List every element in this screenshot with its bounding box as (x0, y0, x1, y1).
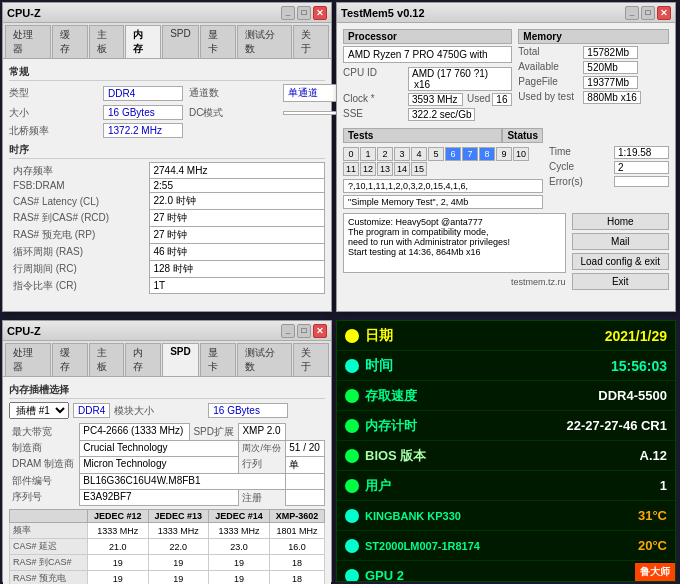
testmem-total-value: 15782Mb (583, 46, 638, 59)
cpuz2-tab-mainboard[interactable]: 主板 (89, 343, 125, 376)
cpuz1-tab-processor[interactable]: 处理器 (5, 25, 51, 58)
test-num-11[interactable]: 11 (343, 162, 359, 176)
cpuz1-dc-label: DC模式 (189, 106, 279, 120)
jedec-freq-0: 1333 MHz (87, 523, 148, 539)
cpuz2-tab-score[interactable]: 测试分数 (237, 343, 293, 376)
cpuz2-tab-gpu[interactable]: 显卡 (200, 343, 236, 376)
timing-value-6: 128 时钟 (149, 261, 325, 278)
cpuz2-tab-cache[interactable]: 缓存 (52, 343, 88, 376)
cpuz2-title: CPU-Z (7, 325, 41, 337)
cpuz1-minimize-btn[interactable]: _ (281, 6, 295, 20)
spd-dram-label: DRAM 制造商 (9, 456, 80, 473)
cpuz1-general-title: 常规 (9, 65, 325, 81)
test-num-2[interactable]: 2 (377, 147, 393, 161)
test-num-15[interactable]: 15 (411, 162, 427, 176)
test-num-8[interactable]: 8 (479, 147, 495, 161)
cpuz1-tab-memory[interactable]: 内存 (125, 25, 161, 58)
cpuz1-type-row: 类型 DDR4 (9, 84, 183, 102)
test-num-10[interactable]: 10 (513, 147, 529, 161)
spd-row-value: 单 (286, 456, 325, 473)
cpuz2-tab-processor[interactable]: 处理器 (5, 343, 51, 376)
testmem-cycle-label: Cycle (549, 161, 614, 174)
cpuz1-tab-spd[interactable]: SPD (162, 25, 199, 58)
test-num-4[interactable]: 4 (411, 147, 427, 161)
cpuz2-tab-about[interactable]: 关于 (293, 343, 329, 376)
test-num-13[interactable]: 13 (377, 162, 393, 176)
jedec-raspre-0: 19 (87, 571, 148, 585)
testmem-usedby-label: Used by test (518, 91, 583, 104)
temp-icon-3 (345, 569, 359, 583)
testmem-avail-label: Available (518, 61, 583, 74)
spd-reg-value (286, 489, 325, 506)
testmem-status-box: Time 1:19.58 Cycle 2 Error(s) (549, 128, 669, 209)
jedec-freq-label: 频率 (10, 523, 88, 539)
testmem-clock-label: Clock * (343, 93, 408, 106)
cpuz2-tab-spd[interactable]: SPD (162, 343, 199, 376)
test-num-14[interactable]: 14 (394, 162, 410, 176)
testmem-used-label: Used (467, 93, 490, 106)
speed-icon (345, 389, 359, 403)
test-num-6[interactable]: 6 (445, 147, 461, 161)
testmem-exit-button[interactable]: Exit (572, 273, 670, 290)
cpuz2-slot-select[interactable]: 插槽 #1 插槽 #2 (9, 402, 69, 419)
cpuz2-tab-memory[interactable]: 内存 (125, 343, 161, 376)
cpuz1-nb-row: 北桥频率 1372.2 MHz (9, 123, 325, 138)
info-time-value: 15:56:03 (505, 358, 667, 374)
memory-icon (345, 419, 359, 433)
testmem-clock-row: Clock * 3593 MHz Used 16 (343, 93, 512, 106)
testmem-close-btn[interactable]: ✕ (657, 6, 671, 20)
table-row: 最大带宽 PC4-2666 (1333 MHz) SPD扩展 XMP 2.0 (9, 424, 325, 441)
testmem-mem-label: Memory (518, 29, 669, 44)
test-num-0[interactable]: 0 (343, 147, 359, 161)
info-memtiming-value: 22-27-27-46 CR1 (505, 418, 667, 433)
cpuz1-tab-about[interactable]: 关于 (293, 25, 329, 58)
testmem-loadconfig-button[interactable]: Load config & exit (572, 253, 670, 270)
cpuz2-minimize-btn[interactable]: _ (281, 324, 295, 338)
testmem-bottom: Customize: Heavy5opt @anta777 The progra… (343, 213, 669, 290)
cpuz2-close-btn[interactable]: ✕ (313, 324, 327, 338)
test-num-7[interactable]: 7 (462, 147, 478, 161)
cpuz1-tab-mainboard[interactable]: 主板 (89, 25, 125, 58)
testmem-time-row: Time 1:19.58 (549, 146, 669, 159)
info-speed-value: DDR4-5500 (505, 388, 667, 403)
cpuz1-tab-cache[interactable]: 缓存 (52, 25, 88, 58)
table-row: RAS# 预充电 (RP) 27 时钟 (9, 227, 325, 244)
test-num-3[interactable]: 3 (394, 147, 410, 161)
testmem-log-area: Customize: Heavy5opt @anta777 The progra… (343, 213, 566, 290)
test-num-5[interactable]: 5 (428, 147, 444, 161)
test-num-9[interactable]: 9 (496, 147, 512, 161)
table-row: RAS# 到CAS# (RCD) 27 时钟 (9, 210, 325, 227)
testmem-mail-button[interactable]: Mail (572, 233, 670, 250)
testmem-errors-row: Error(s) (549, 176, 669, 187)
cpuz1-dc-value (283, 111, 343, 115)
temp-icon-2 (345, 539, 359, 553)
testmem-titlebar[interactable]: TestMem5 v0.12 _ □ ✕ (337, 3, 675, 23)
testmem-top: Processor AMD Ryzen 7 PRO 4750G with CPU… (343, 29, 669, 123)
testmem-avail-row: Available 520Mb (518, 61, 669, 74)
spd-bw-label: 最大带宽 (9, 424, 80, 441)
spd-reg-label: 注册 (239, 489, 286, 506)
corner-badge: 鲁大师 (635, 563, 675, 581)
jedec-col-13: JEDEC #13 (148, 510, 209, 523)
cpuz2-spd-section-title: 内存插槽选择 (9, 383, 325, 399)
testmem-maximize-btn[interactable]: □ (641, 6, 655, 20)
testmem-usedby-row: Used by test 880Mb x16 (518, 91, 669, 104)
cpuz1-titlebar[interactable]: CPU-Z _ □ ✕ (3, 3, 331, 23)
test-num-12[interactable]: 12 (360, 162, 376, 176)
cpuz1-size-value: 16 GBytes (103, 105, 183, 120)
cpuz1-close-btn[interactable]: ✕ (313, 6, 327, 20)
testmem-minimize-btn[interactable]: _ (625, 6, 639, 20)
test-num-1[interactable]: 1 (360, 147, 376, 161)
info-gpu-row: GPU 2 32°C (337, 561, 675, 582)
cpuz2-titlebar[interactable]: CPU-Z _ □ ✕ (3, 321, 331, 341)
cpuz1-tab-score[interactable]: 测试分数 (237, 25, 293, 58)
cpuz1-type-label: 类型 (9, 86, 99, 100)
testmem-button-panel: Home Mail Load config & exit Exit (572, 213, 670, 290)
cpuz2-maximize-btn[interactable]: □ (297, 324, 311, 338)
timing-value-4: 27 时钟 (149, 227, 325, 244)
cpuz1-tab-gpu[interactable]: 显卡 (200, 25, 236, 58)
cpuz1-size-row: 大小 16 GBytes (9, 105, 183, 120)
cpuz1-size-label: 大小 (9, 106, 99, 120)
cpuz1-maximize-btn[interactable]: □ (297, 6, 311, 20)
testmem-home-button[interactable]: Home (572, 213, 670, 230)
